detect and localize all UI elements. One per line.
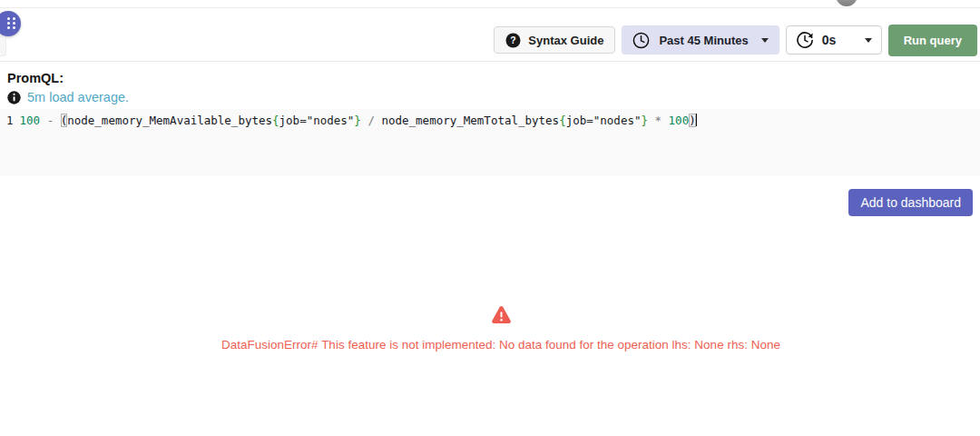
refresh-interval-dropdown[interactable]: 0s [786,25,882,54]
clock-icon [632,32,650,49]
query-hint-text: 5m load average. [27,90,129,104]
warning-triangle-icon [490,305,513,326]
drag-handle-button[interactable] [0,11,21,36]
svg-text:?: ? [511,35,516,45]
time-range-dropdown[interactable]: Past 45 Minutes [622,25,779,54]
query-result-error: DataFusionError# This feature is not imp… [0,305,980,352]
drag-handle-icon [7,17,16,30]
error-message-text: DataFusionError# This feature is not imp… [0,338,980,352]
add-to-dashboard-button[interactable]: Add to dashboard [848,189,973,216]
run-query-button[interactable]: Run query [888,25,977,56]
question-circle-icon: ? [505,33,521,48]
chevron-down-icon [865,38,872,43]
user-avatar[interactable] [836,0,858,6]
chevron-down-icon [761,38,769,43]
add-to-dashboard-label: Add to dashboard [860,195,961,210]
panel-splitter-handle[interactable] [0,36,6,56]
query-hint-row: 5m load average. [7,90,129,104]
code-content: 100 - (node_memory_MemAvailable_bytes{jo… [20,113,698,129]
query-language-label: PromQL: [7,71,64,85]
time-range-label: Past 45 Minutes [659,34,748,47]
query-page: ? Syntax Guide Past 45 Minutes 0s Run qu… [0,0,980,436]
syntax-guide-button[interactable]: ? Syntax Guide [494,26,615,54]
syntax-guide-label: Syntax Guide [528,34,603,47]
toolbar-divider [0,61,980,62]
line-number: 1 [6,113,14,129]
text-cursor [696,114,698,126]
auto-refresh-icon [796,31,814,49]
top-divider [0,7,980,8]
refresh-interval-label: 0s [822,33,837,47]
info-circle-icon [7,91,21,104]
run-query-label: Run query [904,34,962,47]
query-toolbar: ? Syntax Guide Past 45 Minutes 0s Run qu… [494,23,977,57]
code-line: 1 100 - (node_memory_MemAvailable_bytes{… [0,109,980,129]
promql-code-editor[interactable]: 1 100 - (node_memory_MemAvailable_bytes{… [0,109,980,176]
